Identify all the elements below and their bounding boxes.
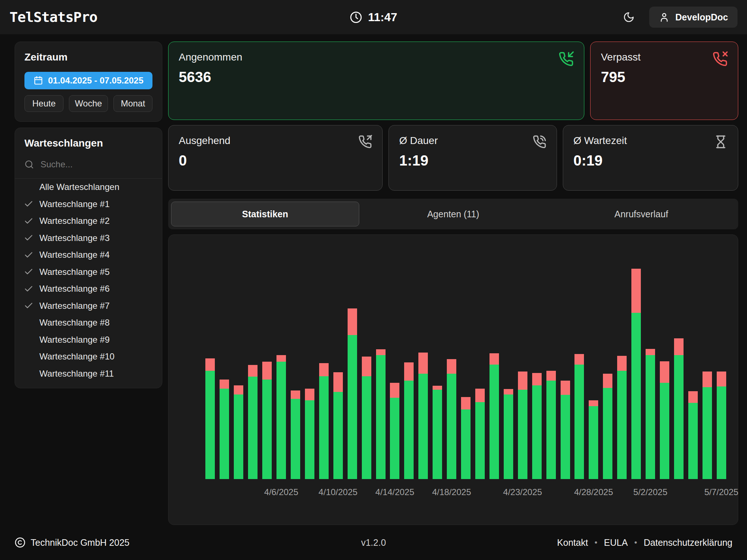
missed-segment	[276, 355, 286, 362]
bar-cell	[317, 363, 331, 479]
queue-item-label: Alle Warteschlangen	[39, 182, 119, 192]
queue-list-item[interactable]: Warteschlange #9	[15, 331, 162, 349]
stacked-bar	[205, 358, 215, 479]
copyright-text: TechnikDoc GmbH 2025	[31, 537, 129, 548]
answered-segment	[603, 388, 612, 479]
bar-cell	[217, 380, 232, 479]
bar-cell	[501, 389, 515, 479]
queue-list-item[interactable]: Warteschlange #8	[15, 314, 162, 331]
quick-range-woche-button[interactable]: Woche	[69, 95, 108, 112]
footer-link-eula[interactable]: EULA	[604, 537, 628, 548]
stat-value: 0	[179, 152, 372, 169]
check-icon	[24, 301, 39, 311]
x-axis-tick-label: 4/14/2025	[375, 487, 414, 497]
bar-cell	[289, 390, 303, 479]
missed-segment	[319, 363, 329, 376]
answered-segment	[348, 335, 357, 479]
queue-item-label: Warteschlange #1	[39, 199, 110, 209]
answered-segment	[418, 374, 428, 479]
queue-list-item[interactable]: Warteschlange #10	[15, 348, 162, 365]
bar-cell	[374, 349, 388, 479]
stacked-bar	[418, 353, 428, 479]
bar-cell	[615, 356, 629, 479]
user-icon	[659, 12, 670, 23]
missed-segment	[305, 389, 314, 400]
missed-segment	[404, 362, 414, 381]
stacked-bar	[362, 357, 371, 479]
queue-list-item[interactable]: Warteschlange #11	[15, 365, 162, 382]
missed-segment	[617, 356, 627, 371]
calls-bar-chart: 4/6/20254/10/20254/14/20254/18/20254/23/…	[203, 235, 728, 479]
stat-card-verpasst: Verpasst 795	[590, 42, 738, 120]
missed-segment	[703, 372, 712, 387]
calendar-icon	[34, 76, 43, 85]
missed-segment	[504, 389, 513, 394]
check-icon	[24, 267, 39, 277]
answered-segment	[546, 381, 556, 479]
footer-link-datenschutz[interactable]: Datenschutzerklärung	[644, 537, 732, 548]
bar-cell	[658, 361, 672, 479]
queue-search-input[interactable]	[40, 159, 154, 170]
hourglass-icon	[714, 135, 728, 149]
phone-call-icon	[533, 135, 546, 149]
missed-segment	[518, 372, 527, 390]
zeitraum-card: Zeitraum 01.04.2025 - 07.05.2025 Heute W…	[15, 42, 162, 122]
stacked-bar	[333, 372, 343, 479]
moon-icon	[623, 11, 635, 23]
quick-range-heute-button[interactable]: Heute	[24, 95, 63, 112]
tab-anrufsverlauf[interactable]: Anrufsverlauf	[547, 202, 735, 226]
stacked-bar	[220, 380, 229, 479]
answered-segment	[333, 392, 343, 479]
queue-list-item[interactable]: Alle Warteschlangen	[15, 179, 162, 196]
phone-outgoing-icon	[358, 135, 372, 149]
missed-segment	[291, 390, 300, 399]
answered-segment	[646, 355, 655, 479]
queue-item-label: Warteschlange #6	[39, 284, 110, 294]
bar-cell	[260, 362, 274, 479]
queue-list-item[interactable]: Warteschlange #7	[15, 298, 162, 315]
date-range-button[interactable]: 01.04.2025 - 07.05.2025	[24, 72, 152, 89]
user-name: DevelopDoc	[676, 12, 728, 23]
stacked-bar	[561, 381, 570, 479]
answered-segment	[248, 377, 258, 479]
user-menu-button[interactable]: DevelopDoc	[649, 7, 738, 28]
queue-list-item[interactable]: Warteschlange #2	[15, 213, 162, 230]
answered-segment	[518, 390, 527, 479]
queue-list-item[interactable]: Warteschlange #6	[15, 280, 162, 298]
answered-segment	[447, 374, 456, 479]
missed-segment	[461, 397, 471, 409]
footer-link-kontakt[interactable]: Kontakt	[557, 537, 588, 548]
missed-segment	[574, 354, 584, 365]
stat-card-wartezeit: Ø Wartezeit 0:19	[563, 125, 738, 191]
bar-cell	[700, 372, 714, 479]
queue-item-label: Warteschlange #2	[39, 216, 110, 226]
missed-segment	[447, 359, 456, 373]
app-logo: TelStatsPro	[9, 9, 97, 25]
date-range-label: 01.04.2025 - 07.05.2025	[48, 75, 144, 86]
queue-list-item[interactable]: Warteschlange #3	[15, 230, 162, 247]
theme-toggle-button[interactable]	[621, 9, 637, 25]
bar-cell	[246, 365, 260, 479]
queue-list-item[interactable]: Warteschlange #1	[15, 196, 162, 213]
stacked-bar	[390, 383, 399, 479]
stat-value: 795	[601, 69, 728, 85]
stacked-bar	[674, 338, 684, 479]
bar-cell	[530, 373, 544, 479]
bar-cell	[302, 389, 317, 479]
queue-item-label: Warteschlange #7	[39, 301, 110, 311]
missed-segment	[674, 338, 684, 355]
queue-list-item[interactable]: Warteschlange #4	[15, 246, 162, 264]
tab-statistiken[interactable]: Statistiken	[171, 202, 359, 226]
stacked-bar	[532, 373, 542, 479]
stacked-bar	[646, 349, 655, 479]
header: TelStatsPro 11:47 DevelopDoc	[0, 0, 747, 34]
queue-list-item[interactable]: Warteschlange #5	[15, 264, 162, 281]
tab-agenten[interactable]: Agenten (11)	[359, 202, 547, 226]
missed-segment	[561, 381, 570, 395]
quick-range-monat-button[interactable]: Monat	[113, 95, 152, 112]
bar-cell	[544, 371, 558, 479]
answered-segment	[291, 399, 300, 479]
stacked-bar	[631, 269, 641, 479]
stacked-bar	[404, 362, 414, 479]
stacked-bar	[617, 356, 627, 479]
